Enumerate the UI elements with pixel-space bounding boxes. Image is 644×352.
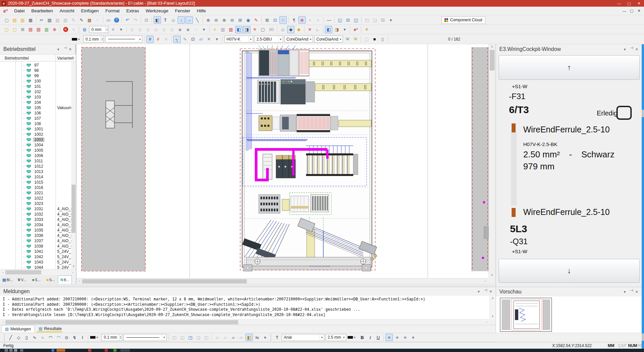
redliner-button[interactable]: ✎ [252,16,260,24]
done-checkbox[interactable] [616,106,632,120]
node-small-button[interactable]: ▫ [306,16,314,24]
column-varianten[interactable]: Varianten [57,56,74,61]
mdi-minimize-icon[interactable]: — [621,8,628,14]
cube-insert-button[interactable]: ◆ [295,26,302,33]
close-icon[interactable]: ✕ [634,0,644,7]
grid-button[interactable]: ⊞ [263,16,271,24]
menu-format[interactable]: Format [102,7,123,14]
panel-dark-button[interactable]: ◨ [243,26,250,33]
previous-wire-button[interactable]: ↑ [499,55,640,80]
taskbar-icon[interactable] [113,349,116,352]
tree-item-1022[interactable]: 1022 [0,196,76,201]
measure-probe-button[interactable]: ╲ [194,16,201,24]
draw-style-combo[interactable]: ▾ [123,334,167,341]
scrollbar-thumb[interactable] [82,279,247,283]
hash-place-button[interactable]: # [146,36,154,43]
wire-type-combo[interactable]: H07V-K▾ [225,36,253,43]
route-options-button[interactable]: ▾ [213,36,221,43]
taskbar-icon[interactable] [14,349,17,352]
tree-item-1044[interactable]: 10445_24V_N [0,265,76,269]
cable-tree-text-button[interactable]: Ψ [352,36,359,43]
offset-spin[interactable]: 0 mm▴▾ [89,26,108,33]
scroll-left-icon[interactable]: ‹ [1,320,5,324]
mdi-close-icon[interactable]: ✕ [635,8,643,14]
remove-sheet-button[interactable]: ⊠ [19,26,26,33]
draw-circle-button[interactable]: ○ [39,334,46,341]
view-cube-8-button[interactable]: ◆ [184,26,192,33]
taskbar-icon[interactable] [88,349,91,352]
align-right-button[interactable]: ≡ [402,334,409,341]
zoom-window-button[interactable]: ⊞ [237,16,244,24]
core-color-combo-caret-icon[interactable]: ▾ [308,36,313,42]
tree-horizontal-scrollbar[interactable]: ‹ › [0,269,76,275]
panel-frame-button[interactable]: ◧ [235,26,242,33]
tree-item-1035[interactable]: 10354_AIO_u [0,228,76,233]
draw-arc-button[interactable]: ◠ [47,334,54,341]
dimension-horizontal-button[interactable]: ↔ [186,16,193,24]
tree-item-1004[interactable]: 1004 [0,142,76,148]
close-panel-icon[interactable]: ✕ [634,289,640,295]
pin-icon[interactable]: ⊤ [628,46,634,52]
save-button[interactable]: ▦ [27,16,34,24]
route-frame-button[interactable]: ⊡ [189,36,197,43]
messages-horizontal-scrollbar[interactable]: ‹ › [0,319,490,325]
next-wire-button[interactable]: ↓ [499,259,640,283]
tree-vertical-scrollbar[interactable]: ∨ [71,62,76,269]
dimension-vertical-button[interactable]: ↕ [178,16,185,24]
core-color-combo[interactable]: CoreDiaAndColou▾ [284,36,313,43]
maximize-icon[interactable]: ▢ [624,0,634,7]
view-options-button[interactable]: ▾ [200,26,208,33]
underline-button[interactable]: U [375,334,382,341]
text-color-swatch-caret-icon[interactable]: ▾ [354,336,356,339]
line-style-combo[interactable]: ▾ [105,36,142,43]
tree-item-99[interactable]: 99 [0,73,76,79]
draw-width-spin-arrows[interactable]: ▴▾ [119,334,122,341]
tree-item-102[interactable]: 102 [0,89,76,94]
tab-resultate[interactable]: ▤ Resultate [35,325,65,332]
view-cube-2-button[interactable]: ◇ [136,26,144,33]
log-message[interactable]: I - Verdrahtungsliste lesen [D:\Temp\E3.… [3,312,490,318]
draw-color-swatch-caret-icon[interactable]: ▾ [96,336,98,339]
tree-item-103[interactable]: 103 [0,94,76,100]
dropdown-icon[interactable]: ▾ [622,46,628,52]
tree-item-97[interactable]: 97 [0,63,76,68]
scroll-down-icon[interactable]: ∨ [490,273,494,276]
sheet-red-list-2-button[interactable]: ▤ [35,26,42,33]
panel-layout-drawing[interactable] [77,44,489,278]
cut-button[interactable]: ✂ [38,16,45,24]
hatch-red-button[interactable]: ▨ [227,26,235,33]
dock-handle[interactable] [642,110,644,117]
draw-ellipse-button[interactable]: ⊙ [63,334,70,341]
menu-datei[interactable]: Datei [11,7,28,14]
menu-einfügen[interactable]: Einfügen [78,7,102,14]
sheet-green-block-button[interactable]: ▥ [43,26,50,33]
sheet-arrow-button[interactable]: ▢ [259,26,266,33]
taskbar-icon[interactable] [57,349,65,352]
bold-button[interactable]: B [359,334,366,341]
component-flower-button[interactable]: ✳ [363,26,370,33]
remove-x-button[interactable]: ✕ [306,26,313,33]
line-style-combo-caret-icon[interactable]: ▾ [138,36,142,42]
tree-item-1021[interactable]: 1021 [0,190,76,196]
scroll-up-icon[interactable]: ∧ [490,45,494,48]
preview-thumbnail[interactable] [500,298,552,332]
page-white-button[interactable]: ▯ [379,36,386,43]
place-lock-button[interactable]: ◧ [154,16,161,24]
connector-options-button[interactable]: ▾ [117,26,125,33]
scrollbar-thumb[interactable] [72,185,76,233]
new-sheet-template-button[interactable]: ▢ [11,26,18,33]
overlay-place-button[interactable]: ◧ [245,334,253,341]
wire-type-combo-caret-icon[interactable]: ▾ [248,36,253,42]
draw-spline-button[interactable]: ∿ [31,334,38,341]
scroll-down-icon[interactable]: ∨ [71,264,76,268]
canvas-vertical-scrollbar[interactable]: ∧ ∨ [489,44,495,278]
core-color-combo-2-caret-icon[interactable]: ▾ [338,36,343,42]
core-color-combo-2[interactable]: CoreDiaAndColou▾ [314,36,343,43]
tree-item-104[interactable]: 104 [0,100,76,105]
tree-item-1041[interactable]: 10415_24V_N [0,249,76,254]
taskbar-icon[interactable] [9,349,13,352]
window-cascade-button[interactable]: ◱ [336,16,344,24]
draw-polygon-button[interactable]: ◇ [15,334,22,341]
tree-item-1032[interactable]: 10324_AIO_u [0,212,76,217]
origin-target-button[interactable]: ⊕ [298,16,306,24]
